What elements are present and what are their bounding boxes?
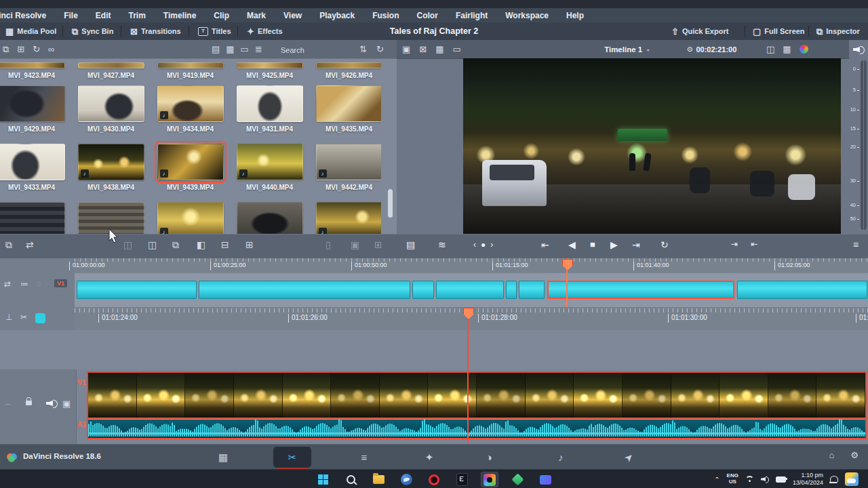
media-clip[interactable]: MVI_9435.MP4 [309, 83, 381, 141]
clip-thumbnail[interactable]: ♪ [316, 202, 382, 234]
clip-thumbnail[interactable] [78, 62, 144, 68]
clip-thumbnail[interactable]: ♪ [157, 85, 224, 122]
media-clip[interactable]: MVI_9423.MP4 [0, 58, 71, 83]
first-frame-button[interactable]: ⇤ [541, 240, 549, 249]
inspector-button[interactable]: ⧉ Inspector [816, 22, 860, 40]
selected-clip-thumbnail[interactable]: ♪ [157, 144, 224, 180]
sync-bin-button[interactable]: ⧉ Sync Bin [72, 22, 113, 40]
menu-trim[interactable]: Trim [120, 11, 155, 20]
overlay-mode-icon[interactable]: ▦ [783, 45, 791, 54]
taskbar-media-app-icon[interactable] [536, 472, 554, 487]
list-view-icon[interactable]: ≣ [255, 45, 262, 54]
timeline-view-icon[interactable]: ▤ [406, 240, 415, 249]
media-clip[interactable]: MVI_9430.MP4 [71, 83, 151, 141]
mute-track-icon[interactable] [46, 399, 57, 408]
page-tab-fairlight[interactable]: ♪ [542, 447, 580, 468]
disabled-tool-icon[interactable]: ◌ [37, 280, 41, 288]
page-tab-fusion[interactable]: ✦ [410, 447, 448, 468]
upper-timeline-ruler[interactable]: 01:00:00:0001:00:25:0001:00:50:0001:01:1… [75, 258, 868, 274]
menu-workspace[interactable]: Workspace [496, 11, 557, 20]
effects-button[interactable]: ✦ Effects [247, 22, 283, 40]
notifications-bell-icon[interactable] [830, 476, 838, 483]
timeline-clip[interactable] [737, 281, 867, 299]
scrollbar-thumb[interactable] [388, 189, 393, 218]
media-clip[interactable]: ♪MVI_9434.MP4 [151, 83, 230, 141]
thumbnail-view-icon[interactable]: ▦ [226, 45, 234, 54]
clip-thumbnail[interactable] [316, 85, 382, 122]
clip-thumbnail[interactable]: ♪ [316, 144, 382, 180]
media-clip[interactable]: MVI_9425.MP4 [230, 58, 309, 83]
mark-tool-icon[interactable]: ⊥ [5, 313, 12, 321]
taskbar-opera-icon[interactable] [425, 472, 443, 487]
media-clip[interactable]: ♪MVI_9442.MP4 [309, 141, 381, 199]
offline-ref-icon[interactable]: ⊠ [419, 45, 427, 54]
timeline-tool-icon[interactable]: ⇄ [4, 280, 11, 288]
jog-control[interactable]: ‹●› [473, 240, 498, 249]
search-box[interactable] [279, 43, 355, 56]
trim-editor-icon[interactable]: ▯ [326, 240, 331, 249]
viewer-mode-icon[interactable]: ▭ [453, 45, 461, 54]
overwrite-clip-icon[interactable]: ◧ [197, 240, 205, 249]
media-clip[interactable]: ♪ [309, 199, 381, 234]
clip-thumbnail[interactable] [237, 62, 303, 68]
new-bin-icon[interactable]: ⊞ [17, 45, 24, 54]
media-clip[interactable]: MVI_9429.MP4 [0, 83, 71, 141]
taskbar-search-icon[interactable] [342, 472, 359, 487]
page-tab-color[interactable]: ◑ [470, 447, 508, 468]
project-settings-gear-icon[interactable]: ⚙ [850, 451, 859, 460]
search-input[interactable] [279, 43, 358, 57]
snap-indicator[interactable] [35, 313, 45, 323]
refresh-icon[interactable]: ↻ [376, 45, 384, 54]
append-clip-icon[interactable]: ⧉ [5, 240, 12, 249]
menu-fusion[interactable]: Fusion [363, 11, 408, 20]
timeline-clip[interactable] [436, 281, 504, 299]
lock-track-icon[interactable] [26, 401, 32, 405]
replace-clip-icon[interactable]: ⊟ [221, 240, 229, 249]
timeline-selector[interactable]: Timeline 1 ⌄ [587, 40, 668, 58]
menu-playback[interactable]: Playback [311, 11, 363, 20]
menu-help[interactable]: Help [557, 11, 593, 20]
clip-thumbnail[interactable] [237, 85, 303, 122]
language-indicator[interactable]: ENG US [727, 473, 738, 485]
multicam-icon[interactable]: ▦ [435, 45, 443, 54]
clip-thumbnail[interactable]: ♪ [78, 144, 144, 180]
match-out-icon[interactable]: ⇥ [731, 240, 738, 248]
page-tab-cut[interactable]: ✂ [273, 447, 311, 468]
media-clip[interactable] [0, 199, 71, 234]
media-clip[interactable]: ♪ [151, 199, 230, 234]
quick-export-button[interactable]: ⇧ Quick Export [671, 22, 728, 40]
selected-timeline-clip[interactable] [547, 281, 734, 299]
titles-button[interactable]: T Titles [198, 22, 231, 40]
menu-davinci-resolve[interactable]: DaVinci Resolve [0, 11, 55, 20]
timeline-options-menu-icon[interactable]: ≡ [853, 240, 859, 249]
page-tab-media[interactable]: ▦ [204, 447, 242, 468]
taskbar-clock[interactable]: 1:10 pm 13/04/2024 [793, 472, 823, 487]
media-clip[interactable] [230, 199, 309, 234]
volume-icon[interactable] [761, 476, 769, 483]
clip-thumbnail[interactable] [0, 62, 65, 68]
taskbar-app-green-icon[interactable] [509, 472, 526, 487]
menu-color[interactable]: Color [408, 11, 447, 20]
clip-thumbnail[interactable] [0, 202, 65, 234]
clip-thumbnail[interactable] [0, 144, 65, 180]
clip-thumbnail[interactable] [237, 202, 303, 234]
menu-mark[interactable]: Mark [238, 11, 275, 20]
clip-thumbnail[interactable] [78, 85, 144, 122]
media-pool-toggle-button[interactable]: ▦ Media Pool [5, 22, 56, 40]
taskbar-app-blue-icon[interactable] [397, 472, 415, 487]
menu-file[interactable]: File [55, 11, 87, 20]
media-clip[interactable]: ♪MVI_9438.MP4 [71, 141, 151, 199]
wifi-icon[interactable] [745, 476, 754, 483]
media-clip[interactable]: MVI_9433.MP4 [0, 141, 71, 199]
filmstrip-view-icon[interactable]: ▭ [241, 45, 249, 54]
taskbar-resolve-icon[interactable] [481, 472, 498, 487]
insert-clip-icon[interactable]: ⧉ [172, 240, 179, 249]
page-tab-edit[interactable]: ≡ [345, 447, 383, 468]
media-clip[interactable]: ♪MVI_9440.MP4 [230, 141, 309, 199]
track-display-icon[interactable]: ▣ [62, 399, 71, 408]
menu-clip[interactable]: Clip [205, 11, 238, 20]
timeline-clip[interactable] [519, 281, 545, 299]
media-clip[interactable]: MVI_9431.MP4 [230, 83, 309, 141]
clip-thumbnail[interactable]: ♪ [157, 202, 224, 234]
media-clip[interactable]: MVI_9419.MP4 [151, 58, 230, 83]
